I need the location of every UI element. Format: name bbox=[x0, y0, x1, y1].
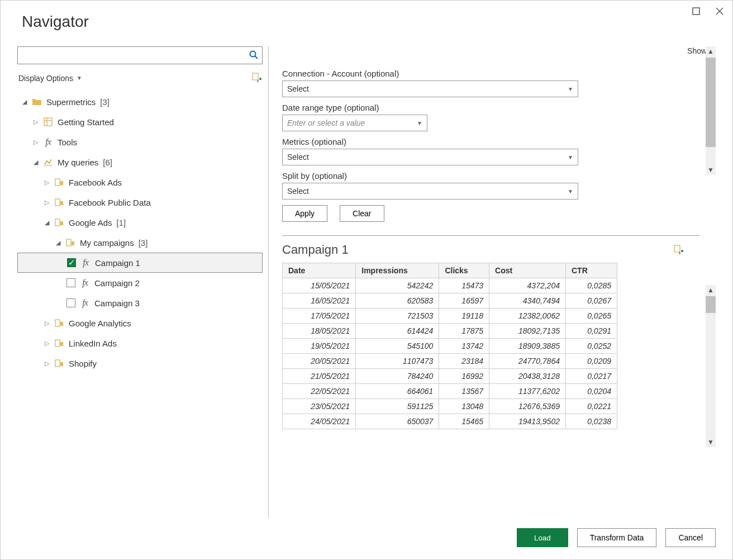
tree-label: Shopify bbox=[69, 359, 97, 368]
scroll-thumb[interactable] bbox=[706, 58, 716, 147]
tree-item-shopify[interactable]: ▷ Shopify bbox=[17, 353, 263, 373]
table-cell: 22/05/2021 bbox=[283, 384, 356, 399]
checkbox-icon[interactable] bbox=[66, 278, 75, 287]
date-range-placeholder: Enter or select a value bbox=[287, 118, 365, 127]
table-cell: 664061 bbox=[356, 384, 439, 399]
table-cell: 18/05/2021 bbox=[283, 324, 356, 339]
table-cell: 11377,6202 bbox=[489, 384, 566, 399]
table-cell: 23184 bbox=[439, 354, 489, 369]
datasource-icon bbox=[54, 177, 64, 187]
load-button[interactable]: Load bbox=[517, 528, 568, 547]
expand-icon: ▷ bbox=[44, 179, 50, 186]
tree-item-supermetrics[interactable]: ◢ Supermetrics [3] bbox=[17, 92, 263, 112]
table-cell: 16597 bbox=[439, 293, 489, 309]
col-ctr[interactable]: CTR bbox=[565, 263, 617, 278]
col-cost[interactable]: Cost bbox=[489, 263, 566, 278]
tree-count: [1] bbox=[117, 218, 126, 227]
tree-label: Campaign 1 bbox=[95, 258, 140, 268]
svg-rect-16 bbox=[60, 221, 63, 225]
tree-item-my-campaigns[interactable]: ◢ My campaigns [3] bbox=[17, 232, 263, 253]
table-cell: 19118 bbox=[439, 309, 489, 324]
scrollbar-table[interactable]: ▲ ▼ bbox=[706, 285, 716, 447]
table-row[interactable]: 24/05/20216500371546519413,95020,0238 bbox=[283, 414, 617, 429]
tree-item-campaign-3[interactable]: fx Campaign 3 bbox=[17, 293, 263, 313]
right-pane: Show ▼ ▲ ▼ Connection - Account (optiona… bbox=[269, 46, 716, 518]
collapse-icon: ◢ bbox=[44, 219, 50, 226]
col-impressions[interactable]: Impressions bbox=[356, 263, 439, 278]
clear-button[interactable]: Clear bbox=[340, 205, 384, 222]
svg-rect-18 bbox=[72, 241, 74, 245]
table-cell: 0,0285 bbox=[565, 278, 617, 293]
col-clicks[interactable]: Clicks bbox=[439, 263, 489, 278]
tree-label: Campaign 3 bbox=[94, 298, 140, 308]
preview-title: Campaign 1 bbox=[282, 243, 349, 257]
col-date[interactable]: Date bbox=[283, 263, 356, 278]
split-select[interactable]: Select ▼ bbox=[282, 183, 578, 200]
page-title: Navigator bbox=[22, 13, 716, 31]
tree-item-google-analytics[interactable]: ▷ Google Analytics bbox=[17, 313, 263, 333]
scroll-up-icon[interactable]: ▲ bbox=[707, 46, 714, 56]
scroll-down-icon[interactable]: ▼ bbox=[707, 437, 714, 447]
tree-item-getting-started[interactable]: ▷ Getting Started bbox=[17, 112, 263, 132]
maximize-button[interactable] bbox=[691, 6, 701, 16]
folder-icon bbox=[32, 97, 42, 107]
table-row[interactable]: 20/05/202111074732318424770,78640,0209 bbox=[283, 354, 617, 369]
svg-rect-25 bbox=[674, 245, 680, 252]
datasource-icon bbox=[54, 217, 64, 227]
tree-item-google-ads[interactable]: ◢ Google Ads [1] bbox=[17, 212, 263, 232]
fx-icon: fx bbox=[80, 278, 90, 288]
connection-select[interactable]: Select ▼ bbox=[282, 80, 578, 97]
scroll-up-icon[interactable]: ▲ bbox=[707, 285, 714, 295]
table-row[interactable]: 17/05/20217215031911812382,00620,0265 bbox=[283, 309, 617, 324]
table-row[interactable]: 21/05/20217842401699220438,31280,0217 bbox=[283, 369, 617, 384]
tree-item-my-queries[interactable]: ◢ My queries [6] bbox=[17, 152, 263, 172]
tree-item-tools[interactable]: ▷ fx Tools bbox=[17, 132, 263, 152]
table-row[interactable]: 22/05/20216640611356711377,62020,0204 bbox=[283, 384, 617, 399]
refresh-icon[interactable] bbox=[251, 72, 261, 84]
collapse-icon: ◢ bbox=[22, 98, 27, 106]
scroll-down-icon[interactable]: ▼ bbox=[707, 165, 714, 175]
date-range-select[interactable]: Enter or select a value ▼ bbox=[282, 115, 427, 131]
table-cell: 4372,204 bbox=[489, 278, 566, 293]
table-cell: 0,0238 bbox=[565, 414, 617, 429]
checkbox-icon[interactable] bbox=[66, 298, 75, 307]
tree-item-campaign-2[interactable]: fx Campaign 2 bbox=[17, 273, 263, 293]
connection-value: Select bbox=[287, 84, 309, 93]
search-box[interactable] bbox=[17, 46, 263, 64]
table-row[interactable]: 15/05/2021542242154734372,2040,0285 bbox=[283, 278, 617, 293]
cancel-button[interactable]: Cancel bbox=[665, 528, 716, 547]
table-cell: 721503 bbox=[356, 309, 439, 324]
table-row[interactable]: 16/05/2021620583165974340,74940,0267 bbox=[283, 293, 617, 309]
search-input[interactable] bbox=[21, 51, 249, 60]
tree-label: LinkedIn Ads bbox=[69, 339, 117, 348]
table-cell: 17/05/2021 bbox=[283, 309, 356, 324]
tree-item-facebook-ads[interactable]: ▷ Facebook Ads bbox=[17, 172, 263, 192]
chart-icon bbox=[43, 157, 53, 167]
tree-label: Facebook Public Data bbox=[69, 198, 151, 207]
table-row[interactable]: 19/05/20215451001374218909,38850,0252 bbox=[283, 339, 617, 354]
transform-data-button[interactable]: Transform Data bbox=[577, 528, 657, 547]
tree-item-linkedin-ads[interactable]: ▷ LinkedIn Ads bbox=[17, 333, 263, 353]
display-options-dropdown[interactable]: Display Options ▼ bbox=[18, 74, 82, 83]
scroll-thumb[interactable] bbox=[706, 296, 716, 313]
refresh-preview-icon[interactable] bbox=[673, 244, 683, 256]
fx-icon: fx bbox=[80, 298, 90, 308]
tree-label: Getting Started bbox=[58, 117, 114, 127]
table-cell: 784240 bbox=[356, 369, 439, 384]
close-button[interactable] bbox=[715, 6, 725, 16]
collapse-icon: ◢ bbox=[55, 239, 61, 246]
scrollbar-upper[interactable]: ▲ ▼ bbox=[706, 46, 716, 175]
metrics-select[interactable]: Select ▼ bbox=[282, 149, 578, 165]
svg-point-3 bbox=[250, 51, 256, 56]
navigation-tree: ◢ Supermetrics [3] ▷ Getting Started ▷ f… bbox=[17, 92, 263, 518]
tree-item-campaign-1[interactable]: ✓ fx Campaign 1 bbox=[17, 253, 263, 273]
table-row[interactable]: 18/05/20216144241787518092,71350,0291 bbox=[283, 324, 617, 339]
apply-button[interactable]: Apply bbox=[282, 205, 327, 222]
checkbox-checked-icon[interactable]: ✓ bbox=[67, 258, 76, 267]
table-row[interactable]: 23/05/20215911251304812676,53690,0221 bbox=[283, 399, 617, 414]
expand-icon: ▷ bbox=[44, 340, 50, 347]
table-icon bbox=[43, 117, 53, 127]
tree-item-facebook-public[interactable]: ▷ Facebook Public Data bbox=[17, 192, 263, 212]
table-cell: 12382,0062 bbox=[489, 309, 566, 324]
svg-rect-22 bbox=[60, 342, 63, 346]
